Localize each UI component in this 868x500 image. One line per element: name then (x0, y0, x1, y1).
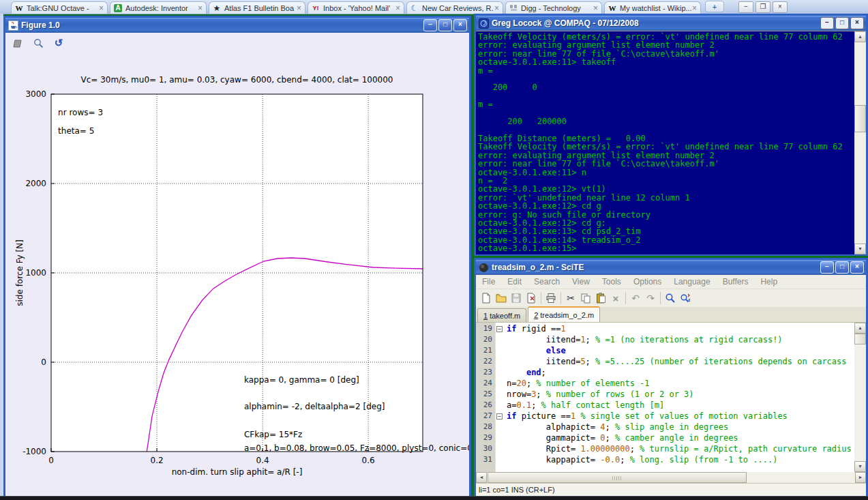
wikipedia-icon: W (608, 3, 617, 13)
scroll-up-icon[interactable]: ▲ (854, 31, 866, 42)
editor-hscrollbar[interactable]: ◄ ► (476, 472, 866, 483)
scite-buffer-tabs: 1 takeoff.m 2 treadsim_o_2.m (476, 307, 866, 323)
code-editor[interactable]: 19−if rigid ==120 iitend=1; % =1 (no ite… (476, 323, 866, 472)
figure-window: Figure 1.0 − □ × ↺ 00.20.40.6-1000010002… (3, 16, 471, 500)
figure-canvas: 00.20.40.6-10000100020003000Vc= 30m/s, m… (5, 53, 469, 498)
print-icon[interactable] (543, 291, 558, 306)
new-tab-button[interactable]: + (705, 1, 724, 12)
menu-file[interactable]: File (476, 277, 501, 286)
terminal-output[interactable]: Takeoff Velocity (meters/s) = error: `vt… (476, 31, 866, 254)
browser-tab-car-reviews[interactable]: ☾ New Car Reviews, R... × (406, 1, 503, 14)
cut-icon[interactable]: ✂ (563, 291, 578, 306)
tab-label: Autodesk: Inventor (125, 4, 197, 12)
scrollbar-thumb[interactable] (854, 105, 866, 132)
minimize-button[interactable]: − (738, 1, 753, 13)
scroll-left-icon[interactable]: ◄ (476, 472, 487, 483)
minimize-button[interactable]: − (423, 19, 437, 31)
plot-canvas[interactable]: 00.20.40.6-10000100020003000Vc= 30m/s, m… (5, 53, 469, 498)
scroll-right-icon[interactable]: ► (855, 472, 866, 483)
scroll-down-icon[interactable]: ▼ (854, 461, 866, 472)
svg-text:alphamin= -2, deltaalpha=2 [de: alphamin= -2, deltaalpha=2 [deg] (244, 402, 385, 411)
browser-tab-watchlist[interactable]: W My watchlist - Wikip... × (604, 1, 701, 14)
scite-menubar: File Edit Search View Tools Options Lang… (476, 275, 866, 289)
zoom-icon[interactable] (31, 36, 45, 50)
close-button[interactable]: × (850, 17, 864, 29)
pan-icon[interactable] (11, 36, 25, 50)
menu-view[interactable]: View (566, 277, 596, 286)
paste-icon[interactable] (593, 291, 608, 306)
scrollbar-thumb[interactable] (488, 472, 747, 483)
terminal-titlebar[interactable]: Greg Locock @ COMPAQ - 07/12/2008 − □ × (476, 16, 866, 31)
delete-icon[interactable]: × (608, 291, 623, 306)
redo-icon[interactable]: ↷ (643, 291, 658, 306)
minimize-button[interactable]: − (820, 17, 834, 29)
terminal-scrollbar[interactable]: ▲ ▼ (854, 31, 866, 254)
tab-close-icon[interactable]: × (494, 4, 500, 12)
tab-close-icon[interactable]: × (593, 4, 599, 12)
svg-text:a=0.1, b=0.08, brow=0.05, Fz=8: a=0.1, b=0.08, brow=0.05, Fz=8000, plyst… (244, 443, 469, 453)
browser-tab-octave-talk[interactable]: W Talk:GNU Octave - × (11, 1, 108, 14)
fold-collapse-icon[interactable]: − (496, 326, 503, 332)
maximize-button[interactable]: □ (835, 261, 849, 274)
menu-tools[interactable]: Tools (596, 277, 627, 286)
menu-search[interactable]: Search (528, 277, 566, 286)
editor-scrollbar[interactable]: ▲ ▼ (854, 323, 866, 472)
code-line: 28 alphapict= 4; % slip angle in degrees (476, 422, 854, 432)
save-icon[interactable] (509, 291, 524, 306)
tab-label: New Car Reviews, R... (422, 4, 494, 12)
svg-text:Vc= 30m/s, mu0= 1, amu= 0.03,: Vc= 30m/s, mu0= 1, amu= 0.03, cyaw= 6000… (81, 75, 393, 85)
buffer-tab-treadsim[interactable]: 2 treadsim_o_2.m (528, 306, 600, 322)
undo-icon[interactable]: ↶ (628, 291, 643, 306)
tab-number: 1 (483, 312, 488, 320)
menu-buffers[interactable]: Buffers (717, 277, 755, 286)
wikipedia-icon: W (14, 3, 24, 13)
close-button[interactable]: × (850, 261, 864, 274)
browser-tab-digg[interactable]: Digg - Technology × (505, 1, 602, 14)
menu-help[interactable]: Help (754, 277, 783, 286)
scrollbar-thumb[interactable] (854, 334, 866, 344)
new-file-icon[interactable] (479, 291, 494, 306)
svg-text:2000: 2000 (25, 179, 46, 188)
yahoo-icon: Y! (311, 3, 320, 13)
maximize-button[interactable]: □ (438, 19, 452, 31)
code-line: 29 gammapict= 0; % camber angle in degre… (476, 432, 854, 443)
close-button[interactable]: × (773, 1, 788, 13)
scite-titlebar[interactable]: treadsim_o_2.m - SciTE − □ × (476, 260, 866, 275)
menu-language[interactable]: Language (668, 277, 716, 286)
browser-tab-yahoo-mail[interactable]: Y! Inbox - 'Yahoo! Mail' × (308, 1, 404, 14)
browser-tab-atlasf1[interactable]: ★ Atlas F1 Bulletin Boa × (209, 1, 305, 14)
buffer-tab-takeoff[interactable]: 1 takeoff.m (477, 308, 526, 322)
browser-tab-autodesk[interactable]: A Autodesk: Inventor × (110, 1, 207, 14)
tab-close-icon[interactable]: × (395, 4, 401, 12)
code-line: 27−if picture ==1 % single set of values… (476, 411, 854, 422)
close-file-icon[interactable] (524, 291, 539, 306)
restore-button[interactable]: ❐ (755, 1, 770, 13)
scroll-down-icon[interactable]: ▼ (854, 244, 866, 254)
fold-collapse-icon[interactable]: − (496, 413, 503, 420)
tab-close-icon[interactable]: × (691, 4, 698, 12)
code-lines: 19−if rigid ==120 iitend=1; % =1 (no ite… (476, 323, 854, 465)
menu-options[interactable]: Options (627, 277, 668, 286)
tab-label: My watchlist - Wikip... (620, 4, 691, 12)
toolbar-separator (625, 292, 626, 304)
tab-label: takeoff.m (490, 312, 520, 320)
minimize-button[interactable]: − (820, 261, 834, 274)
find-replace-icon[interactable] (678, 291, 693, 306)
code-line: 31 kappapict= -0.0; % long. slip (from -… (476, 454, 854, 465)
svg-text:0: 0 (41, 357, 46, 367)
svg-text:0.6: 0.6 (362, 456, 375, 465)
copy-icon[interactable] (578, 291, 593, 306)
figure-titlebar[interactable]: Figure 1.0 − □ × (5, 18, 469, 33)
figure-title: Figure 1.0 (21, 20, 423, 30)
tab-close-icon[interactable]: × (197, 4, 203, 12)
menu-edit[interactable]: Edit (501, 277, 528, 286)
close-button[interactable]: × (453, 19, 467, 31)
maximize-button[interactable]: □ (835, 17, 849, 29)
svg-text:theta= 5: theta= 5 (58, 126, 94, 136)
tab-close-icon[interactable]: × (296, 4, 302, 12)
open-file-icon[interactable] (494, 291, 509, 306)
find-icon[interactable] (663, 291, 678, 306)
rotate-icon[interactable]: ↺ (52, 36, 65, 50)
tab-close-icon[interactable]: × (98, 4, 104, 12)
scroll-up-icon[interactable]: ▲ (854, 323, 866, 334)
